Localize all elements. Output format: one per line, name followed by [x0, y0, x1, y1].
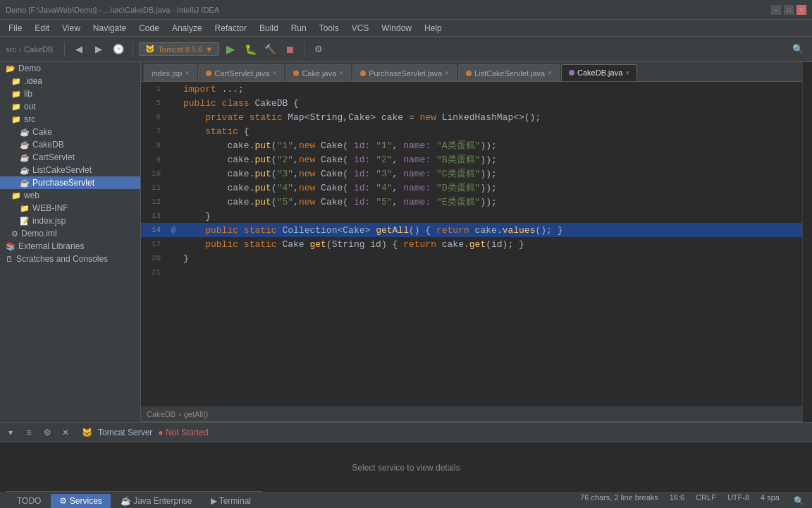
tree-icon: 📁: [11, 90, 21, 99]
menu-item-tools[interactable]: Tools: [314, 22, 345, 35]
tab-label: Cake.java: [302, 69, 336, 78]
menu-item-edit[interactable]: Edit: [29, 22, 55, 35]
tree-label: src: [24, 114, 35, 124]
tree-label: index.jsp: [32, 216, 66, 226]
code-line-5: 5 public class CakeDB {: [141, 96, 802, 110]
sidebar-item-external-libraries[interactable]: 📚External Libraries: [0, 240, 140, 253]
tab-cakedb[interactable]: CakeDB.java×: [561, 64, 637, 81]
menu-item-view[interactable]: View: [56, 22, 86, 35]
services-tab[interactable]: ⚙ Services: [51, 494, 110, 508]
debug-button[interactable]: 🐛: [242, 41, 259, 58]
tree-label: Demo: [18, 64, 41, 73]
tabbar: index.jsp×CartServlet.java×Cake.java×Pur…: [141, 62, 802, 82]
terminal-tab[interactable]: ▶ Terminal: [202, 494, 259, 508]
tab-close[interactable]: ×: [625, 69, 629, 77]
tomcat-label: Tomcat 8.5.6: [158, 45, 202, 54]
menu-item-file[interactable]: File: [3, 22, 27, 35]
sidebar-item-src[interactable]: 📁src: [0, 113, 140, 126]
minimize-button[interactable]: –: [771, 5, 781, 15]
menu-item-window[interactable]: Window: [376, 22, 417, 35]
project-file: CakeDB: [24, 45, 53, 54]
build-button[interactable]: 🔨: [262, 41, 278, 58]
todo-tab[interactable]: TODO: [8, 494, 49, 508]
tree-icon: ☕: [20, 166, 30, 175]
server-status: ● Not Started: [158, 428, 208, 437]
location-bar: CakeDB › getAll(): [141, 406, 802, 422]
maximize-button[interactable]: □: [784, 5, 794, 15]
list-view-button[interactable]: ≡: [21, 425, 37, 440]
tomcat-icon: 🐱: [145, 44, 155, 54]
stop-button[interactable]: ⏹: [281, 41, 298, 58]
code-line-20: 20 }: [141, 251, 802, 265]
code-line-10: 10 cake.put("3",new Cake( id: "3", name:…: [141, 167, 802, 181]
search-status-button[interactable]: 🔍: [791, 493, 806, 509]
sidebar-item-web[interactable]: 📁web: [0, 189, 140, 202]
tree-icon: 🗒: [6, 255, 13, 263]
java-enterprise-tab[interactable]: ☕ Java Enterprise: [112, 494, 201, 508]
sidebar-item-lib[interactable]: 📁lib: [0, 87, 140, 100]
menu-item-help[interactable]: Help: [419, 22, 448, 35]
tab-close[interactable]: ×: [548, 69, 552, 77]
tomcat-selector[interactable]: 🐱 Tomcat 8.5.6 ▼: [139, 42, 219, 56]
bottom-panel-toolbar: ▾ ≡ ⚙ ✕ 🐱 Tomcat Server ● Not Started: [0, 423, 812, 442]
code-line-12: 12 cake.put("5",new Cake( id: "5", name:…: [141, 195, 802, 209]
sidebar-item-out[interactable]: 📁out: [0, 100, 140, 113]
sidebar-item-index-jsp[interactable]: 📝index.jsp: [0, 214, 140, 227]
tree-icon: 📚: [6, 242, 16, 251]
tree-label: CartServlet: [32, 152, 75, 162]
tree-icon: ☕: [20, 140, 30, 150]
tab-close[interactable]: ×: [273, 69, 277, 77]
run-button[interactable]: ▶: [222, 41, 239, 58]
code-line-17: 17 public static Cake get(String id) { r…: [141, 237, 802, 251]
code-line-13: 13 }: [141, 209, 802, 223]
tab-cake[interactable]: Cake.java×: [285, 64, 351, 81]
menu-item-vcs[interactable]: VCS: [346, 22, 375, 35]
collapse-button[interactable]: ▾: [3, 425, 18, 440]
tomcat-server-row: 🐱 Tomcat Server ● Not Started: [76, 428, 214, 437]
tree-label: External Libraries: [18, 241, 84, 251]
search-everywhere-button[interactable]: 🔍: [789, 41, 806, 58]
navigate-back-button[interactable]: ◀: [70, 41, 87, 58]
sidebar-item-cake[interactable]: ☕Cake: [0, 126, 140, 138]
code-line-21: 21: [141, 265, 802, 279]
tab-close[interactable]: ×: [445, 69, 449, 77]
sidebar-item-scratches-and-consoles[interactable]: 🗒Scratches and Consoles: [0, 253, 140, 265]
settings-panel-button[interactable]: ⚙: [39, 425, 55, 440]
tab-purchase[interactable]: PurchaseServlet.java×: [352, 64, 457, 81]
sidebar-item-demo-iml[interactable]: ⚙Demo.iml: [0, 227, 140, 240]
close-button[interactable]: ✕: [796, 5, 806, 15]
tree-icon: 📁: [11, 115, 21, 124]
statusbar: TODO ⚙ Services ☕ Java Enterprise ▶ Term…: [0, 492, 812, 508]
tree-icon: ☕: [20, 128, 30, 137]
menu-item-navigate[interactable]: Navigate: [87, 22, 132, 35]
sidebar-item-cakedb[interactable]: ☕CakeDB: [0, 138, 140, 151]
code-editor[interactable]: 1 import ...; 5 public class CakeDB { 6 …: [141, 82, 802, 406]
tab-close[interactable]: ×: [339, 69, 343, 77]
sidebar-item-demo[interactable]: 📂Demo: [0, 62, 140, 75]
menu-item-code[interactable]: Code: [133, 22, 165, 35]
sidebar-item--idea[interactable]: 📁.idea: [0, 75, 140, 87]
sidebar-item-cartservlet[interactable]: ☕CartServlet: [0, 151, 140, 164]
tree-icon: ☕: [20, 153, 30, 162]
tree-icon: 📁: [11, 77, 21, 86]
tree-label: PurchaseServlet: [32, 178, 94, 188]
settings-button[interactable]: ⚙: [310, 41, 327, 58]
navigate-forward-button[interactable]: ▶: [90, 41, 107, 58]
sidebar-item-purchaseservlet[interactable]: ☕PurchaseServlet: [0, 176, 140, 189]
menu-item-analyze[interactable]: Analyze: [166, 22, 208, 35]
sidebar-item-web-inf[interactable]: 📁WEB-INF: [0, 202, 140, 214]
tab-listcake[interactable]: ListCakeServlet.java×: [458, 64, 560, 81]
sidebar-item-listcakeservlet[interactable]: ☕ListCakeServlet: [0, 164, 140, 176]
recent-files-button[interactable]: 🕒: [110, 41, 127, 58]
menu-item-run[interactable]: Run: [285, 22, 312, 35]
close-panel-button[interactable]: ✕: [58, 425, 73, 440]
tab-cart[interactable]: CartServlet.java×: [198, 64, 284, 81]
menu-item-build[interactable]: Build: [254, 22, 284, 35]
right-gutter: [802, 62, 812, 422]
tab-close[interactable]: ×: [185, 69, 189, 77]
tab-dot: [360, 71, 366, 76]
tab-index[interactable]: index.jsp×: [144, 64, 197, 81]
bottom-tabs: TODO ⚙ Services ☕ Java Enterprise ▶ Term…: [6, 491, 262, 509]
bottom-panel: ▾ ≡ ⚙ ✕ 🐱 Tomcat Server ● Not Started Se…: [0, 422, 812, 492]
menu-item-refactor[interactable]: Refactor: [209, 22, 252, 35]
